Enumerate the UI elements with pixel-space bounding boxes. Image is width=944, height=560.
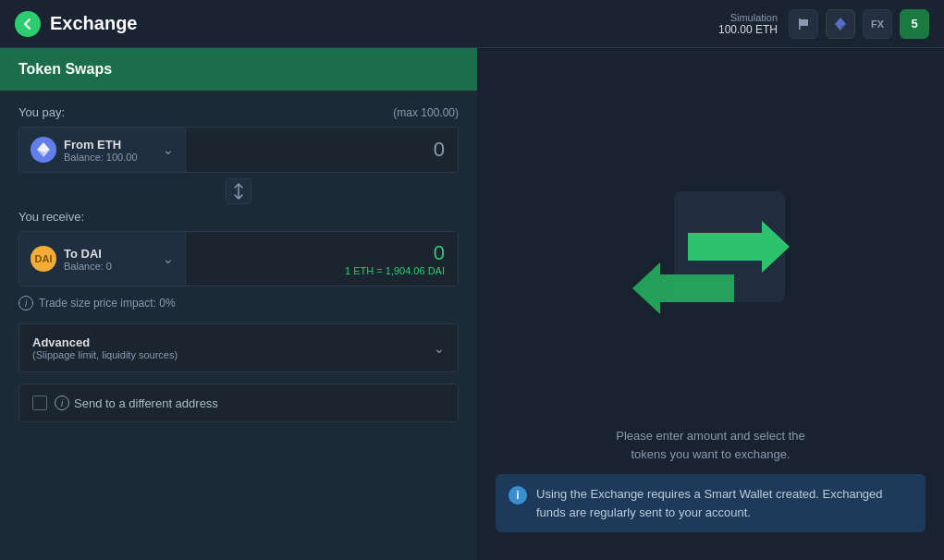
eth-token-icon (31, 137, 56, 163)
pay-amount[interactable]: 0 (186, 128, 458, 172)
swap-arrow-row (18, 173, 459, 210)
receive-amount-sub: 0 1 ETH = 1,904.06 DAI (345, 241, 445, 276)
receive-token-input-row: DAI To DAI Balance: 0 ⌄ 0 1 ETH = 1,904.… (18, 231, 459, 286)
trade-impact-text: Trade size price impact: 0% (39, 297, 176, 310)
token-swaps-title: Token Swaps (18, 61, 112, 77)
left-panel: Token Swaps You pay: (max 100.00) (0, 48, 477, 560)
header-left: Exchange (15, 11, 137, 37)
advanced-chevron-icon: ⌄ (434, 341, 445, 356)
svg-rect-1 (799, 18, 801, 30)
from-token-balance: Balance: 100.00 (64, 152, 155, 163)
receive-amount-value: 0 (434, 241, 445, 265)
trade-impact-info-icon: i (18, 296, 33, 310)
you-pay-row: You pay: (max 100.00) (18, 105, 459, 119)
header-right: Simulation 100.00 ETH FX 5 (718, 9, 929, 39)
send-different-label: i Send to a different address (55, 396, 218, 410)
pay-amount-value: 0 (434, 138, 445, 162)
you-receive-row: You receive: (18, 210, 459, 224)
simulation-label: Simulation (730, 12, 778, 23)
send-different-section: i Send to a different address (18, 383, 459, 422)
advanced-subtitle: (Slippage limit, liquidity sources) (32, 349, 178, 360)
from-token-info: From ETH Balance: 100.00 (64, 138, 155, 163)
fx-button[interactable]: FX (863, 9, 892, 39)
smart-wallet-notice: i Using the Exchange requires a Smart Wa… (496, 474, 926, 532)
right-panel: Please enter amount and select the token… (477, 48, 944, 560)
advanced-header[interactable]: Advanced (Slippage limit, liquidity sour… (19, 324, 458, 371)
you-pay-label: You pay: (18, 105, 65, 119)
page-title: Exchange (50, 13, 137, 34)
flag-button[interactable] (789, 9, 818, 39)
receive-amount[interactable]: 0 1 ETH = 1,904.06 DAI (186, 232, 458, 286)
token-swaps-header: Token Swaps (0, 48, 477, 91)
to-token-chevron: ⌄ (163, 251, 174, 266)
prompt-text: Please enter amount and select the token… (616, 427, 805, 463)
notice-text: Using the Exchange requires a Smart Wall… (536, 485, 913, 521)
exchange-logo (619, 154, 803, 339)
swap-arrow-button[interactable] (226, 178, 251, 204)
to-token-balance: Balance: 0 (64, 261, 155, 272)
logo-area (619, 67, 803, 427)
back-button[interactable] (15, 11, 41, 37)
trade-impact: i Trade size price impact: 0% (18, 296, 459, 310)
pay-token-input-row: From ETH Balance: 100.00 ⌄ 0 (18, 127, 459, 173)
swap-content: You pay: (max 100.00) From ETH Balance: … (0, 91, 477, 560)
badge-button[interactable]: 5 (900, 9, 929, 39)
from-token-chevron: ⌄ (163, 142, 174, 157)
send-different-checkbox[interactable] (32, 396, 47, 410)
advanced-section: Advanced (Slippage limit, liquidity sour… (18, 323, 459, 372)
to-token-info: To DAI Balance: 0 (64, 247, 155, 272)
simulation-balance: 100.00 ETH (718, 23, 778, 36)
simulation-info: Simulation 100.00 ETH (718, 12, 778, 36)
advanced-title-group: Advanced (Slippage limit, liquidity sour… (32, 335, 178, 360)
dai-token-icon: DAI (31, 246, 56, 272)
main-content: Token Swaps You pay: (max 100.00) (0, 48, 944, 560)
notice-info-icon: i (509, 486, 527, 505)
receive-rate: 1 ETH = 1,904.06 DAI (345, 265, 445, 276)
advanced-title: Advanced (32, 335, 178, 349)
from-token-name: From ETH (64, 138, 155, 152)
to-token-name: To DAI (64, 247, 155, 261)
to-token-selector[interactable]: DAI To DAI Balance: 0 ⌄ (19, 232, 186, 286)
from-token-selector[interactable]: From ETH Balance: 100.00 ⌄ (19, 128, 186, 172)
you-receive-label: You receive: (18, 210, 84, 224)
max-label: (max 100.00) (393, 106, 459, 119)
app-header: Exchange Simulation 100.00 ETH FX 5 (0, 0, 944, 48)
eth-button[interactable] (826, 9, 855, 39)
send-diff-info-icon: i (55, 396, 69, 410)
